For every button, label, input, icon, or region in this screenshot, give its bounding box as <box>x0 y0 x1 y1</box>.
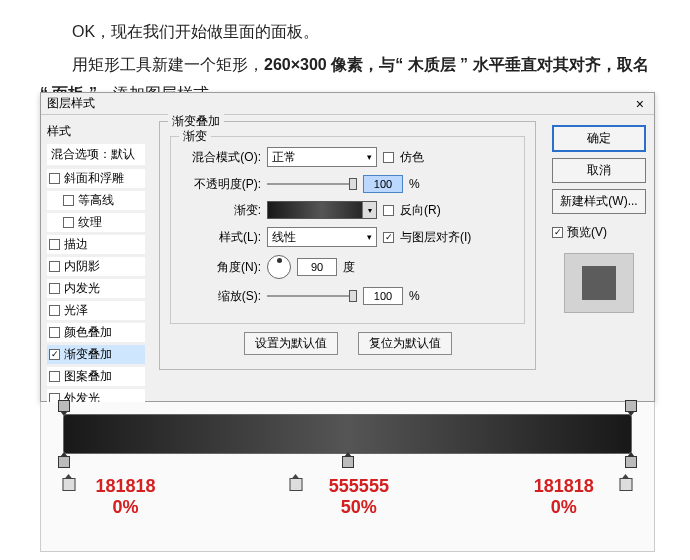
gradient-editor: 1818180%55555550%1818180% <box>40 402 655 552</box>
stop-label: 1818180% <box>96 476 156 517</box>
effect-label: 等高线 <box>78 192 114 209</box>
ok-button[interactable]: 确定 <box>552 125 646 152</box>
effect-row[interactable]: 光泽 <box>47 301 145 320</box>
angle-wheel[interactable] <box>267 255 291 279</box>
angle-input[interactable]: 90 <box>297 258 337 276</box>
color-stop[interactable] <box>342 456 354 468</box>
scale-label: 缩放(S): <box>181 288 261 305</box>
dither-label: 仿色 <box>400 149 424 166</box>
article-p1: OK，现在我们开始做里面的面板。 <box>40 18 650 47</box>
effect-checkbox[interactable] <box>49 327 60 338</box>
effect-label: 内阴影 <box>64 258 100 275</box>
effect-row[interactable]: 内阴影 <box>47 257 145 276</box>
effect-checkbox[interactable] <box>63 217 74 228</box>
reset-default-button[interactable]: 复位为默认值 <box>358 332 452 355</box>
styles-header: 样式 <box>47 123 145 140</box>
style-label: 样式(L): <box>181 229 261 246</box>
effect-row[interactable]: 渐变叠加 <box>47 345 145 364</box>
cancel-button[interactable]: 取消 <box>552 158 646 183</box>
stop-label: 1818180% <box>534 476 594 517</box>
preview-swatch <box>564 253 634 313</box>
reverse-label: 反向(R) <box>400 202 441 219</box>
opacity-stop[interactable] <box>625 400 637 412</box>
sub-legend: 渐变 <box>179 128 211 145</box>
right-column: 确定 取消 新建样式(W)... 预览(V) <box>544 115 654 401</box>
effect-checkbox[interactable] <box>49 349 60 360</box>
effect-checkbox[interactable] <box>49 173 60 184</box>
style-select[interactable]: 线性 ▾ <box>267 227 377 247</box>
effect-label: 光泽 <box>64 302 88 319</box>
effect-checkbox[interactable] <box>49 283 60 294</box>
scale-input[interactable]: 100 <box>363 287 403 305</box>
stop-icon <box>620 478 633 491</box>
gradient-label: 渐变: <box>181 202 261 219</box>
effect-label: 斜面和浮雕 <box>64 170 124 187</box>
options-panel: 渐变叠加 渐变 混合模式(O): 正常 ▾ 仿色 不透明度(P): <box>151 115 544 401</box>
styles-column: 样式 混合选项：默认 斜面和浮雕等高线纹理描边内阴影内发光光泽颜色叠加渐变叠加图… <box>41 115 151 401</box>
effect-label: 渐变叠加 <box>64 346 112 363</box>
effect-label: 描边 <box>64 236 88 253</box>
effect-label: 颜色叠加 <box>64 324 112 341</box>
effect-label: 图案叠加 <box>64 368 112 385</box>
stop-icon <box>290 478 303 491</box>
effect-checkbox[interactable] <box>49 261 60 272</box>
opacity-slider[interactable] <box>267 181 357 187</box>
effect-row[interactable]: 图案叠加 <box>47 367 145 386</box>
chevron-down-icon: ▾ <box>362 202 376 218</box>
new-style-button[interactable]: 新建样式(W)... <box>552 189 646 214</box>
color-stop[interactable] <box>58 456 70 468</box>
effect-row[interactable]: 等高线 <box>47 191 145 210</box>
gradient-strip[interactable] <box>63 414 632 454</box>
preview-checkbox[interactable] <box>552 227 563 238</box>
opacity-stop[interactable] <box>58 400 70 412</box>
scale-slider[interactable] <box>267 293 357 299</box>
blendmode-label: 混合模式(O): <box>181 149 261 166</box>
effect-label: 纹理 <box>78 214 102 231</box>
layer-style-dialog: 图层样式 × 样式 混合选项：默认 斜面和浮雕等高线纹理描边内阴影内发光光泽颜色… <box>40 92 655 402</box>
chevron-down-icon: ▾ <box>367 152 372 162</box>
effect-checkbox[interactable] <box>49 239 60 250</box>
effect-row[interactable]: 内发光 <box>47 279 145 298</box>
stop-label: 55555550% <box>329 476 389 517</box>
effect-row[interactable]: 斜面和浮雕 <box>47 169 145 188</box>
set-default-button[interactable]: 设置为默认值 <box>244 332 338 355</box>
align-checkbox[interactable] <box>383 232 394 243</box>
effect-label: 内发光 <box>64 280 100 297</box>
dialog-title: 图层样式 <box>47 95 632 112</box>
gradient-picker[interactable]: ▾ <box>267 201 377 219</box>
effect-row[interactable]: 颜色叠加 <box>47 323 145 342</box>
effect-row[interactable]: 纹理 <box>47 213 145 232</box>
stop-icon <box>62 478 75 491</box>
blend-default-row[interactable]: 混合选项：默认 <box>47 144 145 165</box>
effect-checkbox[interactable] <box>49 305 60 316</box>
effect-row[interactable]: 描边 <box>47 235 145 254</box>
reverse-checkbox[interactable] <box>383 205 394 216</box>
color-stop[interactable] <box>625 456 637 468</box>
chevron-down-icon: ▾ <box>367 232 372 242</box>
align-label: 与图层对齐(I) <box>400 229 471 246</box>
effect-checkbox[interactable] <box>49 371 60 382</box>
blendmode-select[interactable]: 正常 ▾ <box>267 147 377 167</box>
dither-checkbox[interactable] <box>383 152 394 163</box>
close-icon[interactable]: × <box>632 96 648 112</box>
angle-label: 角度(N): <box>181 259 261 276</box>
preview-label: 预览(V) <box>567 224 607 241</box>
opacity-label: 不透明度(P): <box>181 176 261 193</box>
opacity-input[interactable]: 100 <box>363 175 403 193</box>
effect-checkbox[interactable] <box>63 195 74 206</box>
dialog-titlebar[interactable]: 图层样式 × <box>41 93 654 115</box>
